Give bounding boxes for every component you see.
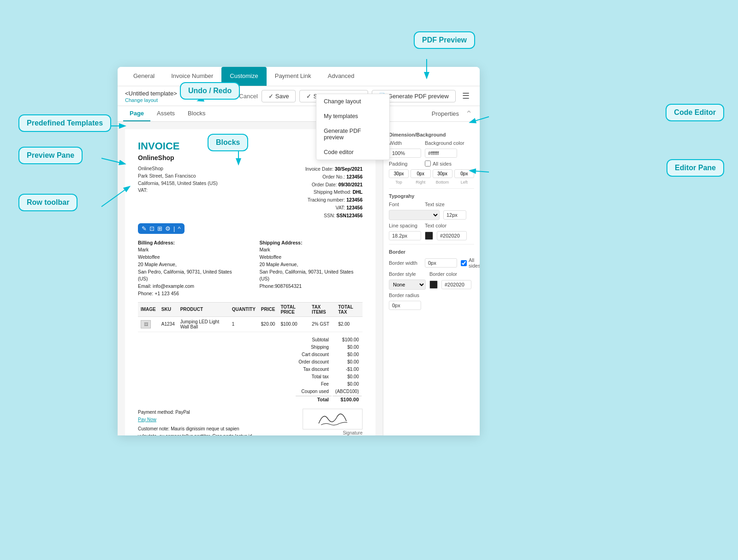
invoice-preview: INVOICE OnlineShop OnlineShop Park Stree… bbox=[118, 122, 383, 435]
address-section: Billing Address: Mark Webtoffee 20 Maple… bbox=[138, 239, 363, 298]
chevron-up-icon[interactable]: ^ bbox=[178, 225, 180, 232]
row-toolbar-annotation: Row toolbar bbox=[18, 194, 77, 211]
invoice-header-row: OnlineShop Park Street, San Francisco Ca… bbox=[138, 165, 363, 220]
change-layout-link[interactable]: Change layout bbox=[125, 97, 177, 103]
border-color-input[interactable] bbox=[441, 280, 471, 289]
border-all-sides-checkbox[interactable] bbox=[461, 260, 467, 266]
text-color-input[interactable] bbox=[437, 231, 467, 240]
pdf-preview-annotation: PDF Preview bbox=[414, 31, 475, 49]
signature-label: Signature bbox=[303, 430, 363, 435]
padding-left-input[interactable] bbox=[454, 169, 474, 178]
template-name: <Untitled template> bbox=[125, 90, 177, 97]
preview-pane-label: Preview Pane bbox=[27, 151, 74, 159]
tab-payment-link[interactable]: Payment Link bbox=[267, 67, 320, 86]
total-row: Total tax$0.00 bbox=[296, 374, 362, 380]
undo-redo-label: Undo / Redo bbox=[188, 87, 232, 95]
table-row: 🖼 A1234 Jumping LED Light Wall Ball 1 $2… bbox=[138, 316, 363, 332]
template-name-wrapper: <Untitled template> Change layout bbox=[125, 89, 177, 103]
col-total-price: TOTAL PRICE bbox=[278, 302, 309, 316]
code-editor-label: Code Editor bbox=[674, 108, 716, 116]
edit-icon[interactable]: ✎ bbox=[142, 225, 147, 232]
row-toolbar-label: Row toolbar bbox=[27, 198, 69, 206]
col-tax-items: TAX ITEMS bbox=[309, 302, 335, 316]
line-spacing-value-row bbox=[389, 231, 474, 240]
settings-icon[interactable]: ⚙ bbox=[165, 225, 171, 232]
invoice-document: INVOICE OnlineShop OnlineShop Park Stree… bbox=[125, 129, 375, 435]
properties-label: Properties bbox=[427, 107, 464, 121]
toolbar-row: <Untitled template> Change layout ↩ ↪ → … bbox=[118, 86, 480, 106]
border-color-swatch[interactable] bbox=[429, 280, 438, 289]
total-row: Coupon used(ABCD100) bbox=[296, 388, 362, 395]
padding-row: Padding All sides bbox=[389, 161, 474, 167]
padding-top-input[interactable] bbox=[389, 169, 409, 178]
predefined-templates-label: Predefined Templates bbox=[27, 119, 103, 127]
editor-pane: Dimension/Background Width Background co… bbox=[383, 122, 480, 435]
pdf-preview-label: PDF Preview bbox=[422, 36, 467, 44]
subtab-assets[interactable]: Assets bbox=[150, 106, 181, 121]
invoice-meta: Invoice Date: 30/Sep/2021 Order No.: 123… bbox=[305, 165, 363, 220]
line-spacing-input[interactable] bbox=[389, 231, 421, 240]
width-input[interactable] bbox=[389, 149, 421, 158]
border-width-row: Border width All sides bbox=[389, 257, 474, 268]
total-row: Fee$0.00 bbox=[296, 381, 362, 387]
border-radius-value-row bbox=[389, 301, 474, 310]
width-row: Width Background color bbox=[389, 140, 474, 146]
border-style-color-row: Border style Border color bbox=[389, 271, 474, 277]
save-button[interactable]: ✓ Save bbox=[262, 90, 296, 102]
width-value-row bbox=[389, 149, 474, 158]
properties-chevron[interactable]: ⌃ bbox=[464, 107, 474, 121]
col-quantity: QUANTITY bbox=[229, 302, 258, 316]
blocks-annotation: Blocks bbox=[208, 134, 248, 151]
col-image: IMAGE bbox=[138, 302, 159, 316]
text-size-input[interactable] bbox=[443, 210, 466, 220]
line-spacing-row: Line spacing Text color bbox=[389, 223, 474, 228]
typography-section-title: Typograhy bbox=[389, 193, 474, 199]
editor-pane-label: Editor Pane bbox=[675, 164, 716, 172]
grid-icon[interactable]: ⊞ bbox=[157, 225, 162, 232]
border-radius-input[interactable] bbox=[389, 301, 421, 310]
all-sides-checkbox-label: All sides bbox=[425, 161, 452, 167]
dropdown-code-editor[interactable]: Code editor bbox=[316, 145, 389, 160]
total-final-row: Total$100.00 bbox=[296, 396, 362, 403]
dropdown-my-templates[interactable]: My templates bbox=[316, 109, 389, 124]
padding-labels: Top Right Bottom Left bbox=[389, 180, 474, 185]
border-width-input[interactable] bbox=[425, 258, 457, 268]
dropdown-menu: Change layout My templates Generate PDF … bbox=[316, 94, 390, 160]
col-price: PRICE bbox=[258, 302, 278, 316]
dimension-section-title: Dimension/Background bbox=[389, 132, 474, 137]
total-row: Subtotal$100.00 bbox=[296, 337, 362, 343]
payment-info: Payment method: PayPal Pay Now Customer … bbox=[138, 409, 258, 435]
tabs-bar: General Invoice Number Customize Payment… bbox=[118, 67, 480, 86]
totals-table: Subtotal$100.00 Shipping$0.00 Cart disco… bbox=[295, 336, 363, 404]
dropdown-change-layout[interactable]: Change layout bbox=[316, 94, 389, 109]
menu-button[interactable]: ☰ bbox=[459, 90, 472, 102]
editor-pane-annotation: Editor Pane bbox=[667, 159, 724, 177]
row-toolbar-widget[interactable]: ✎ ⊡ ⊞ ⚙ | ^ bbox=[138, 223, 184, 234]
predefined-templates-annotation: Predefined Templates bbox=[18, 114, 111, 132]
pay-now-link[interactable]: Pay Now bbox=[138, 416, 258, 423]
subtab-page[interactable]: Page bbox=[123, 106, 150, 121]
undo-redo-annotation: Undo / Redo bbox=[180, 82, 240, 100]
copy-icon[interactable]: ⊡ bbox=[149, 225, 155, 232]
tab-general[interactable]: General bbox=[125, 67, 163, 86]
border-style-color-value-row: None Solid Dashed Dotted bbox=[389, 280, 474, 290]
padding-right-input[interactable] bbox=[411, 169, 430, 178]
dropdown-generate-pdf[interactable]: Generate PDF preview bbox=[316, 124, 389, 145]
bg-color-input[interactable] bbox=[425, 149, 457, 158]
text-color-swatch[interactable] bbox=[425, 232, 433, 240]
padding-bottom-input[interactable] bbox=[433, 169, 452, 178]
shipping-address: Shipping Address: Mark Webtoffee 20 Mapl… bbox=[260, 239, 363, 298]
font-select[interactable] bbox=[389, 210, 440, 220]
signature-section: Signature bbox=[303, 409, 363, 435]
padding-grid bbox=[389, 169, 474, 178]
all-sides-checkbox[interactable] bbox=[425, 161, 431, 167]
border-style-select[interactable]: None Solid Dashed Dotted bbox=[389, 280, 426, 290]
editor-container: General Invoice Number Customize Payment… bbox=[118, 67, 480, 435]
total-row: Tax discount-$1.00 bbox=[296, 366, 362, 373]
col-sku: SKU bbox=[159, 302, 178, 316]
billing-address: Billing Address: Mark Webtoffee 20 Maple… bbox=[138, 239, 241, 298]
tab-advanced[interactable]: Advanced bbox=[319, 67, 363, 86]
subtab-blocks[interactable]: Blocks bbox=[181, 106, 212, 121]
subtabs-properties-row: Page Assets Blocks Properties ⌃ bbox=[118, 106, 480, 122]
total-row: Shipping$0.00 bbox=[296, 344, 362, 351]
